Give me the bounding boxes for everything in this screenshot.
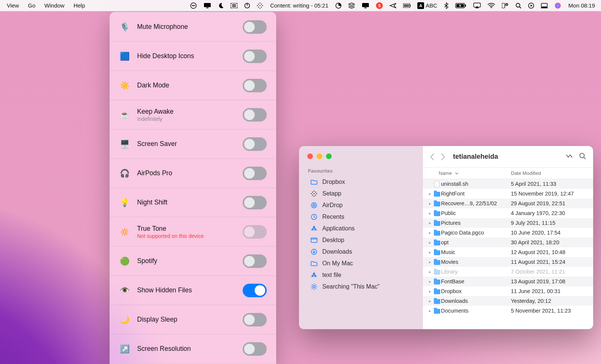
sidebar-item-dropbox[interactable]: Dropbox [301,176,419,188]
dock-icon[interactable] [538,3,551,8]
svg-rect-29 [465,5,466,7]
menubar-app-icon[interactable] [187,2,200,9]
toggle-switch[interactable] [243,254,267,268]
play-circle-icon[interactable] [525,3,538,9]
file-row[interactable]: ▸Library7 October 2021, 11:21 [423,267,593,277]
disclosure-chevron-icon[interactable]: ▸ [427,279,433,284]
sort-chevron-icon [455,171,459,175]
disclosure-chevron-icon[interactable]: ▸ [427,269,433,274]
disclosure-chevron-icon[interactable]: ▸ [427,260,433,265]
nav-forward-button[interactable] [440,153,445,161]
display2-icon[interactable] [358,3,373,9]
toggle-switch[interactable] [243,108,267,122]
close-button[interactable] [307,153,313,159]
list-icon[interactable] [227,3,241,8]
disclosure-chevron-icon[interactable]: ▸ [427,308,433,313]
toggle-switch[interactable] [243,167,267,180]
sidebar-item-airdrop[interactable]: AirDrop [301,200,419,211]
file-name: uninstall.sh [441,181,507,187]
plane-icon[interactable] [386,3,400,8]
input-source-icon[interactable]: AABC [414,2,441,9]
svg-rect-40 [541,7,548,8]
menu-window[interactable]: Window [40,2,69,9]
nav-back-button[interactable] [430,153,435,161]
sidebar-item-desktop[interactable]: Desktop [301,235,419,246]
file-date-modified: 15 November 2019, 12:47 [507,191,574,197]
svg-rect-21 [364,8,367,8]
sidebar-item-on-my-mac[interactable]: On My Mac [301,258,419,269]
menubar-clock[interactable]: Mon 08:19 [565,2,599,9]
file-row[interactable]: ▸Documents5 November 2021, 11:23 [423,306,593,316]
battery-charging-icon[interactable] [452,3,470,8]
disclosure-chevron-icon[interactable]: ▸ [427,299,433,304]
toggle-switch[interactable] [243,284,267,297]
sidebar-item-searching-this-mac-[interactable]: Searching "This Mac" [301,281,419,292]
menu-view[interactable]: View [2,2,23,9]
disclosure-chevron-icon[interactable]: ▸ [427,201,433,206]
disclosure-chevron-icon[interactable]: ▸ [427,191,433,196]
toggle-switch[interactable] [243,20,267,34]
disclosure-chevron-icon[interactable]: ▸ [427,211,433,216]
file-row[interactable]: ▸Public4 January 1970, 22:30 [423,208,593,218]
file-row[interactable]: ▸DownloadsYesterday, 20:12 [423,296,593,306]
file-row[interactable]: ▸Dropbox11 June 2021, 00:31 [423,286,593,296]
file-row[interactable]: ▸RightFont15 November 2019, 12:47 [423,189,593,199]
sidebar-item-applications[interactable]: AApplications [301,223,419,234]
sidebar-item-downloads[interactable]: Downloads [301,246,419,257]
sidebar-item-text-file[interactable]: Atext file [301,269,419,281]
control-center-icon[interactable] [498,3,512,8]
file-date-modified: 9 July 2021, 11:15 [507,220,556,226]
toggle-switch[interactable] [243,50,267,63]
disclosure-chevron-icon[interactable]: ▸ [427,240,433,245]
power-icon[interactable] [241,3,254,9]
disclosure-chevron-icon[interactable]: ▸ [427,289,433,294]
row-text: Hide Desktop Icons [137,52,243,60]
setapp-menubar-icon[interactable] [254,3,266,9]
sidebar-item-label: On My Mac [322,260,353,267]
toggle-switch[interactable] [243,313,267,326]
svg-rect-24 [405,4,406,7]
row-icon: 🎙️ [119,23,130,32]
svg-point-35 [506,4,507,5]
moon-icon[interactable] [214,3,227,9]
svg-rect-1 [192,5,195,6]
toggle-switch[interactable] [243,196,267,209]
file-row[interactable]: ▸Pagico Data.pgco10 June 2020, 17:54 [423,228,593,238]
disclosure-chevron-icon[interactable]: ▸ [427,250,433,255]
toggle-switch[interactable] [243,342,267,356]
menu-help[interactable]: Help [69,2,90,9]
file-row[interactable]: ▸Music12 August 2021, 10:48 [423,247,593,257]
file-row[interactable]: ▸opt30 April 2021, 18:20 [423,238,593,247]
wifi-icon[interactable] [484,3,498,8]
menubar-status-text[interactable]: Content: writing - 05:21 [266,2,332,9]
notification-badge[interactable]: 5 [373,2,386,9]
toggle-switch[interactable] [243,79,267,92]
toolbar-search-button[interactable] [579,152,586,161]
sidebar-item-setapp[interactable]: Setapp [301,188,419,199]
zoom-button[interactable] [326,153,332,159]
column-date-modified[interactable]: Date Modified [507,170,541,176]
file-row[interactable]: ▸Pictures9 July 2021, 11:15 [423,218,593,228]
minimize-button[interactable] [317,153,322,159]
airplay-icon[interactable] [470,3,484,9]
column-name[interactable]: Name [439,170,507,176]
disclosure-chevron-icon[interactable]: ▸ [427,230,433,235]
file-date-modified: 5 April 2021, 11:33 [507,181,556,187]
disclosure-chevron-icon[interactable]: ▸ [427,221,433,226]
sidebar-item-recents[interactable]: Recents [301,211,419,223]
spotlight-icon[interactable] [512,3,525,9]
file-date-modified: 11 August 2021, 15:24 [507,259,565,265]
bluetooth-icon[interactable] [441,2,452,9]
siri-icon[interactable] [551,2,565,9]
pie-icon[interactable] [332,3,345,9]
file-row[interactable]: ▸FontBase13 August 2019, 17:08 [423,277,593,286]
file-row[interactable]: ▸Recovere…9, 22/51/0229 August 2019, 22:… [423,199,593,208]
display-icon[interactable] [200,3,214,9]
file-row[interactable]: uninstall.sh5 April 2021, 11:33 [423,179,593,189]
stack-icon[interactable] [345,3,358,9]
file-row[interactable]: ▸Movies11 August 2021, 15:24 [423,257,593,267]
toolbar-overflow-button[interactable] [565,153,574,160]
battery-bars-icon[interactable] [400,3,414,8]
menu-go[interactable]: Go [23,2,40,9]
toggle-switch[interactable] [243,137,267,151]
